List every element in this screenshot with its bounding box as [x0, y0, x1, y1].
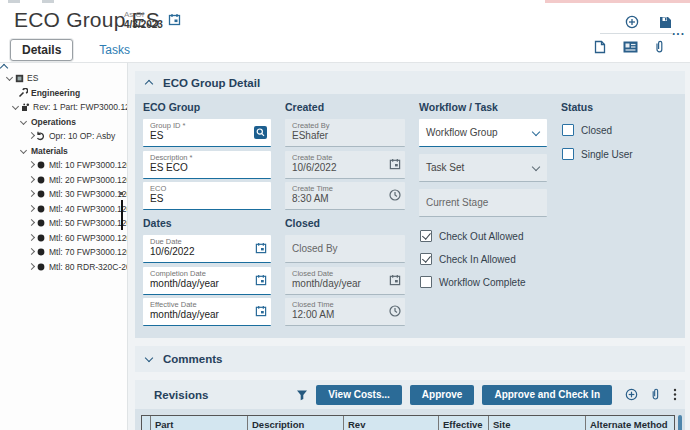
current-stage-field: Current Stage — [419, 189, 547, 217]
save-icon[interactable] — [659, 16, 672, 29]
create-date-field: Create Date 10/6/2022 — [285, 151, 405, 179]
tree-item-operation-10[interactable]: Opr: 10 OP: Asby — [4, 129, 127, 144]
column-header-site[interactable]: Site — [489, 416, 586, 430]
chevron-right-icon[interactable] — [28, 161, 36, 169]
chevron-right-icon[interactable] — [28, 219, 36, 227]
chevron-right-icon[interactable] — [28, 132, 36, 140]
revisions-header[interactable]: Revisions View Costs... Approve Approve … — [135, 380, 685, 409]
material-icon — [36, 190, 46, 198]
splitter-handle[interactable] — [120, 192, 123, 195]
tab-bar: Details Tasks — [10, 39, 132, 61]
calendar-icon[interactable] — [255, 305, 267, 317]
effective-date-field[interactable]: Effective Date month/day/year — [143, 298, 271, 326]
comments-section: Comments — [135, 346, 685, 372]
tree-item-eco-group[interactable]: ES — [4, 71, 127, 86]
tree-item-material-30[interactable]: Mtl: 30 FWP3000.120.023 — [4, 187, 127, 202]
chevron-down-icon — [533, 164, 540, 171]
attachment-icon[interactable] — [655, 40, 664, 54]
task-set-select: Task Set — [419, 154, 547, 182]
tree-item-revision[interactable]: Rev: 1 Part: FWP3000.120.60.3K.F. — [4, 100, 127, 115]
table-scrollbar[interactable] — [678, 415, 682, 430]
expand-icon[interactable] — [145, 355, 154, 364]
view-costs-button[interactable]: View Costs... — [316, 385, 402, 405]
calendar-icon — [389, 158, 401, 170]
group-label-dates: Dates — [143, 217, 271, 232]
closed-date-field: Closed Date month/day/year — [285, 267, 405, 295]
card-view-icon[interactable] — [623, 41, 638, 53]
chevron-down-icon[interactable] — [12, 103, 20, 111]
completion-date-field[interactable]: Completion Date month/day/year — [143, 267, 271, 295]
splitter-line[interactable] — [121, 200, 123, 230]
column-header-marker — [142, 416, 151, 430]
checkbox-checked-icon[interactable] — [420, 230, 432, 242]
tree-item-material-20[interactable]: Mtl: 20 FWP3000.120.121 — [4, 173, 127, 188]
chevron-down-icon — [533, 129, 540, 136]
kebab-menu-icon[interactable] — [673, 388, 677, 401]
tree-item-material-40[interactable]: Mtl: 40 FWP3000.120.022 — [4, 202, 127, 217]
chevron-down-icon[interactable] — [20, 118, 28, 126]
tree-item-materials[interactable]: Materials — [4, 144, 127, 159]
tree-item-material-50[interactable]: Mtl: 50 FWP3000.120.025 — [4, 216, 127, 231]
group-label-status: Status — [561, 101, 675, 116]
collapse-icon[interactable] — [145, 78, 154, 87]
tree-item-material-60[interactable]: Mtl: 60 FWP3000.120.011 — [4, 231, 127, 246]
tree-item-material-10[interactable]: Mtl: 10 FWP3000.120.010 — [4, 158, 127, 173]
checkbox-checked-icon[interactable] — [420, 253, 432, 265]
tree-item-material-80[interactable]: Mtl: 80 RDR-320C-20T-H5-JB-4 — [4, 260, 127, 275]
comments-header[interactable]: Comments — [135, 346, 685, 372]
document-icon[interactable] — [594, 40, 606, 54]
check-in-allowed-checkbox[interactable]: Check In Allowed — [420, 253, 547, 265]
description-field[interactable]: Description * ES ECO — [143, 151, 271, 179]
add-icon[interactable] — [625, 388, 638, 401]
column-header-part[interactable]: Part — [151, 416, 248, 430]
approve-and-check-in-button[interactable]: Approve and Check In — [482, 385, 612, 405]
material-icon — [36, 248, 46, 256]
chevron-right-icon[interactable] — [28, 248, 36, 256]
checkbox-icon[interactable] — [562, 124, 574, 136]
checkbox-icon[interactable] — [562, 148, 574, 160]
as-of-calendar-icon[interactable] — [168, 13, 181, 26]
calendar-icon[interactable] — [255, 242, 267, 254]
attachment-icon[interactable] — [651, 388, 660, 401]
eco-group-detail-header[interactable]: ECO Group Detail — [135, 71, 685, 94]
operation-icon — [36, 131, 46, 141]
approve-button[interactable]: Approve — [410, 385, 475, 405]
chevron-right-icon[interactable] — [28, 190, 36, 198]
tree-item-operations[interactable]: Operations — [4, 115, 127, 130]
column-header-alternate-method[interactable]: Alternate Method — [586, 416, 674, 430]
overflow-menu-icon[interactable]: ... — [672, 24, 685, 38]
chevron-right-icon[interactable] — [28, 176, 36, 184]
header-action-bar — [625, 15, 672, 29]
lookup-icon[interactable] — [254, 126, 267, 139]
tab-details[interactable]: Details — [10, 39, 73, 61]
eco-tree-panel: ES Engineering Rev: 1 Part: FWP3000.120.… — [0, 62, 127, 430]
checkbox-icon[interactable] — [420, 276, 432, 288]
chevron-down-icon[interactable] — [6, 74, 14, 82]
eco-group-detail-section: ECO Group Detail ECO Group Group ID * ES — [135, 71, 685, 338]
closed-checkbox[interactable]: Closed — [562, 124, 675, 136]
due-date-field[interactable]: Due Date 10/6/2022 — [143, 235, 271, 263]
calendar-icon[interactable] — [255, 274, 267, 286]
column-header-rev[interactable]: Rev — [344, 416, 439, 430]
revision-icon — [20, 103, 30, 112]
header-divider — [600, 33, 672, 34]
add-icon[interactable] — [625, 15, 639, 29]
filter-icon[interactable] — [296, 389, 308, 401]
workflow-group-select[interactable]: Workflow Group — [419, 119, 547, 147]
group-id-field[interactable]: Group ID * ES — [143, 119, 271, 147]
chevron-right-icon[interactable] — [28, 263, 36, 271]
workflow-complete-checkbox[interactable]: Workflow Complete — [420, 276, 547, 288]
tree-item-engineering[interactable]: Engineering — [4, 86, 127, 101]
single-user-checkbox[interactable]: Single User — [562, 148, 675, 160]
top-edge-artifact — [8, 0, 20, 3]
top-edge-artifact — [42, 0, 54, 3]
tab-tasks[interactable]: Tasks — [97, 40, 132, 60]
chevron-down-icon[interactable] — [20, 147, 28, 155]
column-header-effective[interactable]: Effective — [439, 416, 489, 430]
eco-field[interactable]: ECO ES — [143, 182, 271, 210]
column-header-description[interactable]: Description — [248, 416, 344, 430]
check-out-allowed-checkbox[interactable]: Check Out Allowed — [420, 230, 547, 242]
chevron-right-icon[interactable] — [28, 205, 36, 213]
chevron-right-icon[interactable] — [28, 234, 36, 242]
tree-item-material-70[interactable]: Mtl: 70 FWP3000.120.012 — [4, 245, 127, 260]
